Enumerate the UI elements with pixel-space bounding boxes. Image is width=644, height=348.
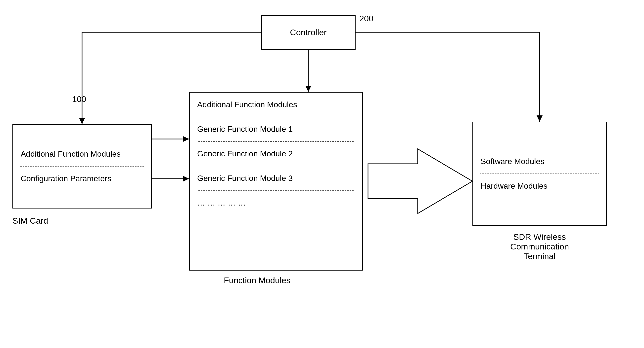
func-row1: Additional Function Modules	[190, 93, 362, 115]
simcard-row2-text: Configuration Parameters	[21, 174, 112, 183]
func-row5-text: … … … … …	[197, 198, 246, 207]
sdr-caption-line2: Communication	[510, 242, 569, 251]
svg-marker-9	[183, 136, 189, 142]
func-row5: … … … … …	[190, 193, 362, 215]
simcard-ref: 100	[72, 94, 86, 104]
sdr-row1-text: Software Modules	[481, 157, 544, 166]
controller-label: Controller	[285, 25, 332, 40]
func-row2: Generic Function Module 1	[190, 119, 362, 139]
svg-marker-11	[183, 176, 189, 182]
func-row3: Generic Function Module 2	[190, 144, 362, 164]
sdr-box: Software Modules Hardware Modules	[472, 122, 607, 226]
func-row4-text: Generic Function Module 3	[197, 174, 293, 183]
diagram: Controller 200 Additional Function Modul…	[0, 0, 644, 348]
svg-marker-23	[368, 149, 472, 213]
controller-ref: 200	[359, 14, 374, 23]
function-caption: Function Modules	[224, 276, 290, 285]
function-box: Additional Function Modules Generic Func…	[189, 92, 363, 271]
sdr-row2-text: Hardware Modules	[481, 181, 548, 191]
svg-marker-1	[305, 86, 311, 92]
simcard-caption: SIM Card	[12, 216, 48, 226]
svg-marker-4	[79, 118, 85, 124]
sdr-caption-line3: Terminal	[524, 251, 556, 261]
sdr-caption-line1: SDR Wireless	[513, 232, 566, 241]
svg-marker-7	[536, 115, 542, 122]
simcard-row1: Additional Function Modules	[13, 144, 151, 164]
func-row2-text: Generic Function Module 1	[197, 125, 293, 134]
simcard-row2: Configuration Parameters	[13, 169, 151, 189]
func-row4: Generic Function Module 3	[190, 168, 362, 188]
sdr-row2: Hardware Modules	[473, 176, 606, 196]
sdr-caption: SDR Wireless Communication Terminal	[470, 232, 609, 261]
func-row3-text: Generic Function Module 2	[197, 149, 293, 158]
simcard-box: Additional Function Modules Configuratio…	[12, 124, 152, 208]
controller-box: Controller	[261, 15, 356, 50]
sdr-row1: Software Modules	[473, 152, 606, 172]
simcard-row1-text: Additional Function Modules	[21, 150, 120, 159]
func-row1-text: Additional Function Modules	[197, 100, 297, 109]
